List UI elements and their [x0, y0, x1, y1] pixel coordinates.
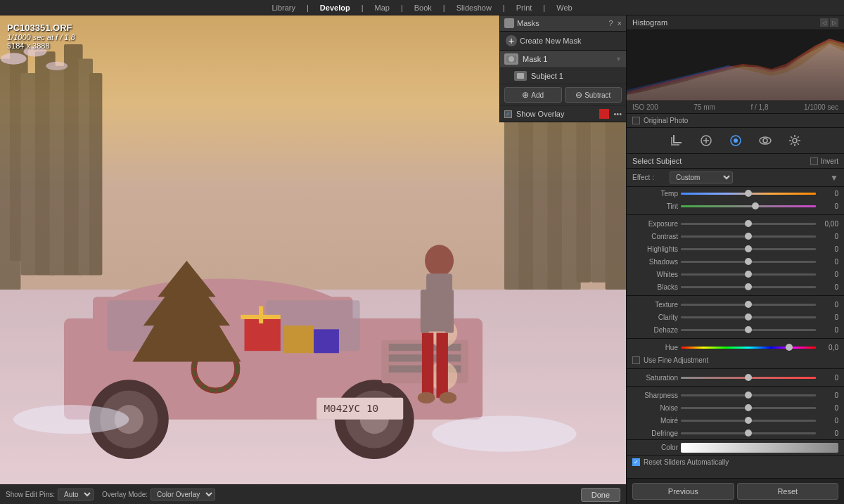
tint-slider-thumb[interactable] — [752, 202, 759, 209]
exposure-slider-thumb[interactable] — [745, 220, 752, 227]
invert-checkbox[interactable] — [810, 157, 818, 165]
defringe-slider-track[interactable] — [681, 432, 816, 434]
exposure-slider-track[interactable] — [681, 223, 816, 225]
original-photo-row: Original Photo — [627, 114, 844, 128]
noise-slider-row: Noise 0 — [627, 401, 844, 414]
noise-slider-thumb[interactable] — [745, 404, 752, 411]
masks-panel-icon — [504, 18, 514, 28]
nav-slideshow[interactable]: Slideshow — [456, 4, 492, 12]
fine-adjust-checkbox[interactable] — [632, 356, 640, 364]
whites-slider-thumb[interactable] — [745, 271, 752, 278]
temp-slider-thumb[interactable] — [745, 190, 752, 197]
overlay-mode-label: Overlay Mode: — [102, 491, 148, 498]
contrast-slider-track[interactable] — [681, 235, 816, 238]
reset-sliders-checkbox[interactable] — [632, 458, 640, 466]
histogram-left-arrow[interactable]: ◁ — [820, 18, 829, 27]
subtract-button[interactable]: ⊖ Subtract — [565, 87, 622, 103]
overlay-mode-select[interactable]: Color Overlay — [151, 489, 215, 500]
nav-book[interactable]: Book — [414, 4, 432, 12]
texture-slider-track[interactable] — [681, 304, 816, 306]
subject1-item[interactable]: Subject 1 — [500, 68, 626, 84]
mask-tool-icon[interactable] — [727, 132, 744, 149]
masks-title: Masks — [517, 19, 539, 27]
nav-map[interactable]: Map — [375, 4, 390, 12]
show-overlay-checkbox[interactable] — [504, 110, 512, 118]
add-button[interactable]: ⊕ Add — [504, 87, 562, 103]
divider-4 — [627, 368, 844, 369]
effect-select[interactable]: Custom — [670, 172, 733, 183]
contrast-slider-thumb[interactable] — [745, 233, 752, 240]
defringe-slider-row: Defringe 0 — [627, 427, 844, 439]
highlights-value: 0 — [819, 245, 838, 253]
shadows-slider-track[interactable] — [681, 261, 816, 263]
hue-slider-thumb[interactable] — [786, 344, 793, 351]
texture-slider-row: Texture 0 — [627, 298, 844, 311]
mask1-item[interactable]: Mask 1 ▼ — [500, 51, 626, 68]
blacks-slider-track[interactable] — [681, 286, 816, 288]
overlay-options-icon[interactable]: ••• — [613, 110, 622, 118]
photo-area: М042УС 10 — [0, 15, 626, 504]
heal-tool-icon[interactable] — [698, 132, 715, 149]
reset-button[interactable]: Reset — [737, 483, 839, 500]
color-swatch[interactable] — [681, 443, 838, 453]
add-label: Add — [531, 91, 544, 99]
highlights-slider-thumb[interactable] — [745, 245, 752, 252]
dehaze-slider-thumb[interactable] — [745, 326, 752, 333]
subtract-icon: ⊖ — [575, 90, 582, 100]
previous-button[interactable]: Previous — [632, 483, 734, 500]
exposure-slider-row: Exposure 0,00 — [627, 217, 844, 230]
texture-slider-thumb[interactable] — [745, 301, 752, 308]
defringe-label: Defringe — [632, 429, 678, 437]
hue-slider-track[interactable] — [681, 347, 816, 349]
blacks-label: Blacks — [632, 283, 678, 291]
saturation-slider-track[interactable] — [681, 377, 816, 379]
nav-print[interactable]: Print — [516, 4, 532, 12]
sharpness-slider-track[interactable] — [681, 394, 816, 396]
sharpness-slider-thumb[interactable] — [745, 392, 752, 399]
sharpness-slider-row: Sharpness 0 — [627, 389, 844, 401]
nav-develop[interactable]: Develop — [320, 4, 350, 12]
create-new-mask-button[interactable]: + Create New Mask — [500, 32, 626, 51]
photo-container[interactable]: М042УС 10 — [0, 15, 626, 484]
clarity-label: Clarity — [632, 314, 678, 321]
settings-tool-icon[interactable] — [786, 132, 803, 149]
blacks-slider-thumb[interactable] — [745, 283, 752, 290]
highlights-slider-track[interactable] — [681, 248, 816, 250]
clarity-slider-thumb[interactable] — [745, 314, 752, 321]
crop-tool-icon[interactable] — [668, 132, 685, 149]
nav-library[interactable]: Library — [271, 4, 295, 12]
masks-info-icon[interactable]: ? — [608, 19, 613, 27]
photo-metadata: PC103351.ORF 1/1000 sec at f / 1,8 5184 … — [7, 22, 75, 50]
nav-web[interactable]: Web — [556, 4, 572, 12]
temp-slider-track[interactable] — [681, 193, 816, 195]
tool-icons-row — [627, 128, 844, 154]
whites-label: Whites — [632, 271, 678, 278]
edit-pins-select[interactable]: Auto — [58, 489, 94, 500]
tint-slider-track[interactable] — [681, 205, 816, 207]
noise-slider-track[interactable] — [681, 407, 816, 409]
dehaze-slider-row: Dehaze 0 — [627, 323, 844, 336]
moire-slider-track[interactable] — [681, 420, 816, 422]
original-photo-checkbox[interactable] — [632, 117, 640, 124]
done-button[interactable]: Done — [581, 488, 620, 502]
hue-value: 0,0 — [819, 344, 838, 351]
whites-slider-track[interactable] — [681, 273, 816, 276]
defringe-slider-thumb[interactable] — [745, 429, 752, 437]
saturation-slider-thumb[interactable] — [745, 374, 752, 381]
color-row: Color — [627, 439, 844, 455]
shadows-slider-thumb[interactable] — [745, 258, 752, 265]
effect-collapse-icon[interactable]: ▼ — [830, 173, 838, 183]
dehaze-slider-track[interactable] — [681, 329, 816, 331]
masks-panel: Masks ? × + Create New Mask — [499, 15, 626, 122]
saturation-label: Saturation — [632, 374, 678, 382]
exposure-value: 0,00 — [819, 220, 838, 228]
select-subject-row: Select Subject Invert — [627, 154, 844, 169]
mask1-expand[interactable]: ▼ — [615, 56, 622, 63]
overlay-color-swatch[interactable] — [599, 109, 609, 119]
masks-close-icon[interactable]: × — [618, 19, 622, 27]
redeye-tool-icon[interactable] — [757, 132, 774, 149]
moire-slider-thumb[interactable] — [745, 417, 752, 424]
histogram-right-arrow[interactable]: ▷ — [830, 18, 838, 27]
photo-filename: PC103351.ORF — [7, 22, 75, 33]
clarity-slider-track[interactable] — [681, 316, 816, 318]
